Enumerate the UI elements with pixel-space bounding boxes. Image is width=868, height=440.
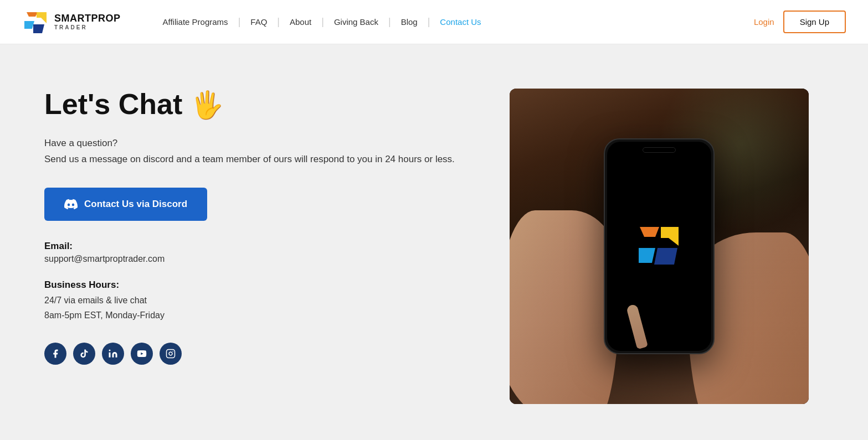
phone-image <box>510 89 809 404</box>
wave-emoji: 🖐️ <box>191 90 224 120</box>
svg-marker-11 <box>639 248 655 263</box>
hero-description: Have a question? Send us a message on di… <box>44 136 476 168</box>
svg-marker-4 <box>37 12 47 23</box>
phone-notch <box>643 147 676 153</box>
nav-sep-4: | <box>387 16 392 28</box>
svg-point-5 <box>109 350 111 351</box>
right-panel <box>510 89 809 404</box>
nav-contact[interactable]: Contact Us <box>431 17 490 27</box>
nav-affiliate[interactable]: Affiliate Programs <box>154 17 237 27</box>
email-section: Email: support@smartproptrader.com <box>44 241 476 264</box>
phone-scene <box>510 89 809 404</box>
svg-marker-9 <box>640 227 659 237</box>
phone-device <box>604 138 715 354</box>
nav-links: Affiliate Programs | FAQ | About | Givin… <box>154 16 754 28</box>
email-label: Email: <box>44 241 476 252</box>
left-panel: Let's Chat 🖐️ Have a question? Send us a… <box>44 89 476 365</box>
svg-marker-1 <box>27 12 38 17</box>
discord-button[interactable]: Contact Us via Discord <box>44 188 207 221</box>
phone-logo-icon <box>634 221 684 271</box>
hours-section: Business Hours: 24/7 via emails & live c… <box>44 279 476 323</box>
nav-right: Login Sign Up <box>754 11 846 33</box>
svg-marker-2 <box>24 21 34 29</box>
svg-marker-3 <box>33 24 44 33</box>
hero-title: Let's Chat 🖐️ <box>44 89 476 120</box>
svg-rect-7 <box>167 350 175 358</box>
instagram-icon[interactable] <box>160 343 182 365</box>
nav-faq[interactable]: FAQ <box>242 17 276 27</box>
facebook-icon[interactable] <box>44 343 66 365</box>
nav-about[interactable]: About <box>281 17 320 27</box>
nav-giving-back[interactable]: Giving Back <box>325 17 387 27</box>
phone-screen <box>607 142 711 351</box>
svg-marker-12 <box>654 248 677 265</box>
login-button[interactable]: Login <box>754 17 774 27</box>
svg-marker-10 <box>661 227 679 246</box>
signup-button[interactable]: Sign Up <box>783 11 846 33</box>
nav-sep-5: | <box>427 16 432 28</box>
nav-blog[interactable]: Blog <box>392 17 427 27</box>
nav-sep-3: | <box>320 16 325 28</box>
email-value: support@smartproptrader.com <box>44 254 476 264</box>
hours-label: Business Hours: <box>44 279 476 291</box>
navbar: SMARTPROP TRADER Affiliate Programs | FA… <box>0 0 868 44</box>
hours-line2: 8am-5pm EST, Monday-Friday <box>44 308 476 323</box>
nav-sep-2: | <box>276 16 281 28</box>
logo[interactable]: SMARTPROP TRADER <box>22 9 121 35</box>
youtube-icon[interactable] <box>131 343 153 365</box>
tiktok-icon[interactable] <box>73 343 95 365</box>
logo-icon <box>22 9 49 35</box>
social-icons <box>44 343 476 365</box>
logo-text: SMARTPROP TRADER <box>54 13 121 30</box>
hours-line1: 24/7 via emails & live chat <box>44 293 476 308</box>
discord-icon <box>64 198 78 211</box>
nav-sep-1: | <box>237 16 242 28</box>
linkedin-icon[interactable] <box>102 343 124 365</box>
main-content: Let's Chat 🖐️ Have a question? Send us a… <box>0 44 864 437</box>
